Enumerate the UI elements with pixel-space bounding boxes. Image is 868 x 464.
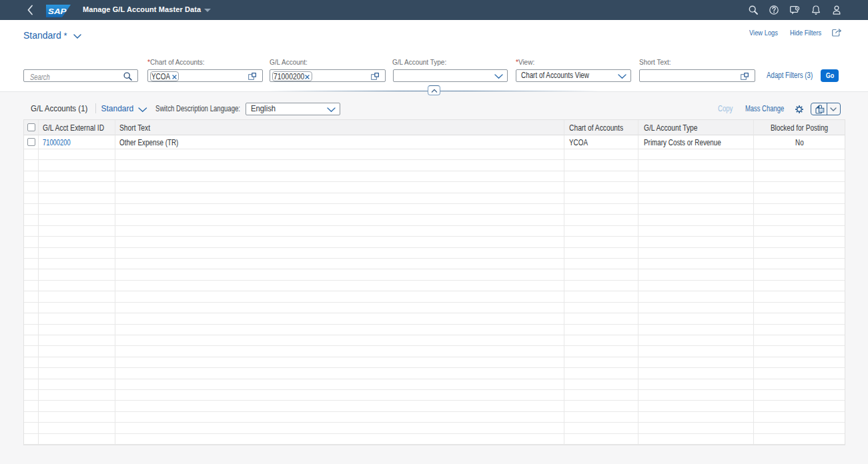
svg-text:SAP: SAP <box>48 7 67 15</box>
